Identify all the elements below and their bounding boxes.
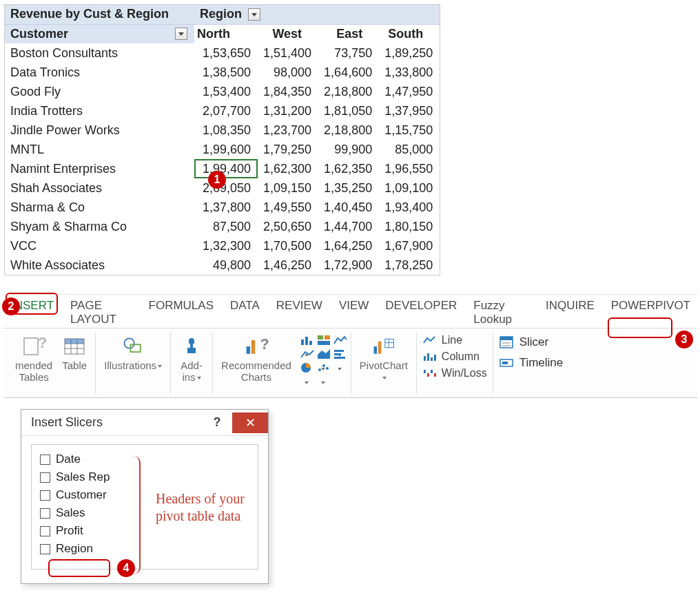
checkbox-icon[interactable] (40, 454, 50, 465)
col-header-north[interactable]: North (194, 24, 258, 43)
customer-cell[interactable]: Boston Consultants (5, 43, 194, 63)
value-cell[interactable]: 49,800 (194, 255, 258, 275)
checkbox-icon[interactable] (40, 526, 50, 536)
customer-dropdown-icon[interactable] (175, 28, 187, 40)
value-cell[interactable]: 1,44,700 (318, 217, 379, 236)
value-cell[interactable]: 1,99,400 (194, 159, 258, 178)
value-cell[interactable]: 1,09,150 (258, 178, 318, 198)
addins-button[interactable]: Add- ins (176, 333, 207, 384)
illustrations-button[interactable]: Illustrations (101, 333, 165, 373)
value-cell[interactable]: 1,53,400 (194, 82, 258, 101)
col-header-east[interactable]: East (318, 24, 379, 43)
timeline-button[interactable]: Timeline (499, 356, 564, 370)
value-cell[interactable]: 98,000 (258, 63, 318, 82)
customer-cell[interactable]: Namint Enterprises (5, 159, 194, 178)
sparkline-line-button[interactable]: Line (422, 334, 462, 346)
value-cell[interactable]: 1,62,350 (318, 159, 379, 178)
value-cell[interactable]: 1,64,250 (318, 236, 379, 255)
recommended-pivottables-button[interactable]: ? mendedTables (12, 333, 55, 384)
slicer-button[interactable]: Slicer (499, 335, 549, 349)
slicer-field-item[interactable]: Date (39, 450, 251, 468)
customer-cell[interactable]: MNTL (5, 140, 194, 159)
value-cell[interactable]: 87,500 (194, 217, 258, 236)
value-cell[interactable]: 1,80,150 (379, 217, 440, 236)
value-cell[interactable]: 1,67,900 (379, 236, 440, 255)
checkbox-icon[interactable] (40, 544, 50, 554)
value-cell[interactable]: 73,750 (318, 43, 379, 63)
checkbox-icon[interactable] (40, 490, 50, 501)
value-cell[interactable]: 1,51,400 (258, 43, 318, 63)
value-cell[interactable]: 2,07,700 (194, 101, 258, 121)
tab-review[interactable]: REVIEW (274, 297, 325, 328)
waterfall-chart-icon[interactable] (333, 334, 345, 344)
recommended-charts-button[interactable]: ? Recommended Charts (218, 333, 294, 384)
area-chart-icon[interactable] (316, 348, 329, 357)
value-cell[interactable]: 1,40,450 (318, 198, 379, 217)
value-cell[interactable]: 1,49,550 (258, 198, 318, 217)
value-cell[interactable]: 2,18,800 (318, 121, 379, 140)
tab-developer[interactable]: DEVELOPER (382, 297, 460, 328)
value-cell[interactable]: 1,46,250 (258, 255, 318, 275)
customer-cell[interactable]: India Trotters (5, 101, 194, 121)
scatter-chart-icon[interactable] (316, 362, 329, 371)
value-cell[interactable]: 1,70,500 (258, 236, 318, 255)
slicer-field-item[interactable]: Sales Rep (39, 468, 251, 486)
customer-cell[interactable]: White Associates (5, 255, 194, 275)
pivotchart-button[interactable]: PivotChart (357, 333, 411, 384)
value-cell[interactable]: 1,33,800 (379, 63, 440, 82)
tab-page-layout[interactable]: PAGE LAYOUT (68, 297, 134, 328)
value-cell[interactable]: 1,15,750 (379, 121, 440, 140)
value-cell[interactable]: 1,32,300 (194, 236, 258, 255)
value-cell[interactable]: 1,23,700 (258, 121, 318, 140)
col-header-south[interactable]: South (379, 24, 440, 43)
value-cell[interactable]: 1,93,400 (379, 198, 440, 217)
value-cell[interactable]: 1,64,600 (318, 63, 379, 82)
value-cell[interactable]: 1,84,350 (258, 82, 318, 101)
tab-fuzzy-lookup[interactable]: Fuzzy Lookup (471, 297, 532, 328)
customer-cell[interactable]: Sharma & Co (5, 198, 194, 217)
value-cell[interactable]: 1,79,250 (258, 140, 318, 159)
customer-cell[interactable]: Jindle Power Works (5, 121, 194, 140)
value-cell[interactable]: 1,53,650 (194, 43, 258, 63)
value-cell[interactable]: 1,35,250 (318, 178, 379, 198)
sparkline-column-button[interactable]: Column (422, 351, 480, 363)
value-cell[interactable]: 1,47,950 (379, 82, 440, 101)
value-cell[interactable]: 1,37,950 (379, 101, 440, 121)
value-cell[interactable]: 1,99,600 (194, 140, 258, 159)
slicer-field-item[interactable]: Region (39, 540, 251, 558)
value-cell[interactable]: 1,96,550 (379, 159, 440, 178)
customer-cell[interactable]: Shah Associates (5, 178, 194, 198)
hierarchy-chart-icon[interactable] (316, 334, 329, 344)
table-button[interactable]: Table (59, 333, 90, 384)
tab-inquire[interactable]: INQUIRE (543, 297, 597, 328)
col-header-west[interactable]: West (258, 24, 318, 43)
pie-chart-icon[interactable] (300, 362, 312, 371)
value-cell[interactable]: 1,38,500 (194, 63, 258, 82)
sparkline-winloss-button[interactable]: Win/Loss (422, 367, 487, 379)
customer-cell[interactable]: Data Tronics (5, 63, 194, 82)
value-cell[interactable]: 1,81,050 (318, 101, 379, 121)
value-cell[interactable]: 1,89,250 (379, 43, 440, 63)
checkbox-icon[interactable] (40, 508, 50, 519)
dialog-close-button[interactable]: ✕ (232, 412, 268, 433)
value-cell[interactable]: 1,31,200 (258, 101, 318, 121)
customer-cell[interactable]: Shyam & Sharma Co (5, 217, 194, 236)
tab-data[interactable]: DATA (227, 297, 262, 328)
value-cell[interactable]: 1,62,300 (258, 159, 318, 178)
customer-cell[interactable]: VCC (5, 236, 194, 255)
value-cell[interactable]: 1,37,800 (194, 198, 258, 217)
line-chart-icon[interactable] (300, 348, 312, 357)
value-cell[interactable]: 2,50,650 (258, 217, 318, 236)
value-cell[interactable]: 1,08,350 (194, 121, 258, 140)
value-cell[interactable]: 2,69,050 (194, 178, 258, 198)
customer-cell[interactable]: Good Fly (5, 82, 194, 101)
tab-view[interactable]: VIEW (336, 297, 371, 328)
bar-chart-icon[interactable] (333, 348, 345, 357)
checkbox-icon[interactable] (40, 472, 50, 483)
column-chart-icon[interactable] (300, 334, 312, 344)
region-dropdown-icon[interactable] (248, 8, 260, 21)
value-cell[interactable]: 1,78,250 (379, 255, 440, 275)
value-cell[interactable]: 1,09,100 (379, 178, 440, 198)
value-cell[interactable]: 1,72,900 (318, 255, 379, 275)
value-cell[interactable]: 99,900 (318, 140, 379, 159)
